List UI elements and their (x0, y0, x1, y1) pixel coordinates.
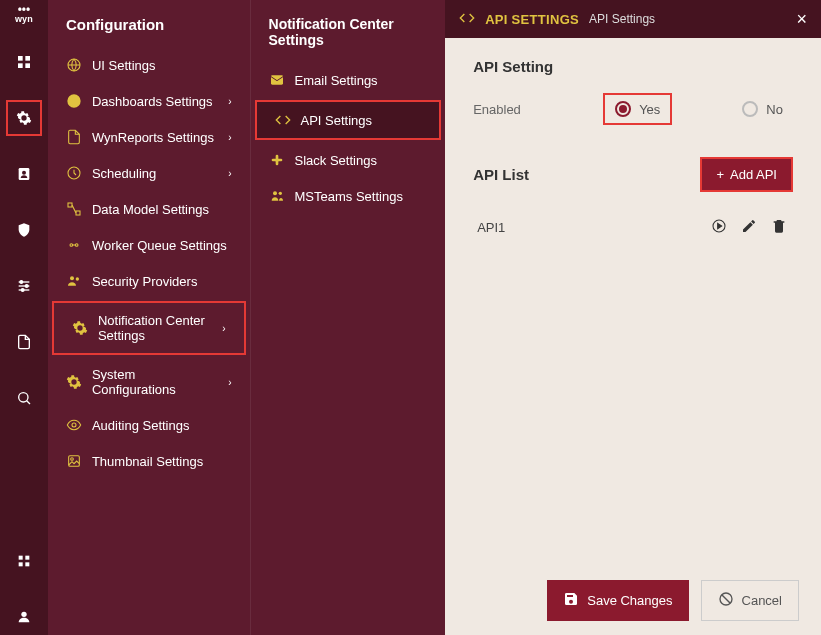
sidebar-item-data-model-settings[interactable]: Data Model Settings (48, 191, 250, 227)
svg-point-12 (19, 393, 28, 402)
main-panel: API SETTINGS API Settings × API Setting … (445, 0, 821, 635)
sidebar-item-dashboards-settings[interactable]: Dashboards Settings› (48, 83, 250, 119)
chevron-right-icon: › (228, 377, 231, 388)
svg-line-13 (27, 401, 30, 404)
edit-icon[interactable] (741, 218, 759, 236)
svg-rect-33 (271, 75, 283, 84)
svg-point-32 (71, 458, 74, 461)
svg-rect-1 (25, 56, 30, 61)
model-icon (66, 201, 82, 217)
svg-marker-41 (718, 223, 722, 228)
sidebar-item-label: Auditing Settings (92, 418, 190, 433)
svg-point-28 (70, 276, 74, 280)
sidebar-item-label: System Configurations (92, 367, 218, 397)
svg-rect-14 (19, 556, 23, 560)
sidebar-item-label: Thumbnail Settings (92, 454, 203, 469)
sub-item-label: API Settings (301, 113, 373, 128)
chevron-right-icon: › (228, 96, 231, 107)
sub-item-email-settings[interactable]: Email Settings (251, 62, 446, 98)
sub-item-label: MSTeams Settings (295, 189, 403, 204)
svg-rect-23 (76, 211, 80, 215)
svg-line-24 (72, 205, 76, 213)
sub-item-api-settings[interactable]: API Settings (255, 100, 442, 140)
doc-icon (66, 129, 82, 145)
rail-user-icon[interactable] (6, 599, 42, 635)
save-icon (563, 591, 579, 610)
breadcrumb: API Settings (589, 12, 655, 26)
rail-config-icon[interactable] (6, 100, 42, 136)
rail-apps-icon[interactable] (6, 543, 42, 579)
sidebar-item-security-providers[interactable]: Security Providers (48, 263, 250, 299)
sidebar-item-label: Data Model Settings (92, 202, 209, 217)
sidebar-item-wynreports-settings[interactable]: WynReports Settings› (48, 119, 250, 155)
rail-doc-icon[interactable] (6, 324, 42, 360)
svg-line-43 (722, 595, 730, 603)
svg-point-18 (21, 612, 26, 617)
code-icon (459, 10, 475, 29)
section-title-api-list: API List (473, 166, 529, 183)
sidebar-item-ui-settings[interactable]: UI Settings (48, 47, 250, 83)
save-button[interactable]: Save Changes (547, 580, 688, 621)
sub-item-label: Slack Settings (295, 153, 377, 168)
add-api-button[interactable]: + Add API (700, 157, 793, 192)
sub-item-slack-settings[interactable]: Slack Settings (251, 142, 446, 178)
svg-point-38 (273, 191, 277, 195)
sidebar-item-worker-queue-settings[interactable]: Worker Queue Settings (48, 227, 250, 263)
sidebar-item-notification-center-settings[interactable]: Notification Center Settings› (52, 301, 246, 355)
api-name: API1 (477, 220, 699, 235)
icon-rail: ••• wyn (0, 0, 48, 635)
chevron-right-icon: › (228, 132, 231, 143)
rail-search-icon[interactable] (6, 380, 42, 416)
svg-point-25 (70, 244, 73, 247)
svg-point-11 (21, 289, 24, 292)
sidebar-item-label: Worker Queue Settings (92, 238, 227, 253)
rail-dashboard-icon[interactable] (6, 44, 42, 80)
svg-rect-37 (277, 159, 282, 162)
queue-icon (66, 237, 82, 253)
sidebar-item-label: Notification Center Settings (98, 313, 212, 343)
teams-icon (269, 188, 285, 204)
svg-rect-15 (25, 556, 29, 560)
svg-point-30 (72, 423, 76, 427)
panel-title: API SETTINGS (485, 12, 579, 27)
globe-icon (66, 57, 82, 73)
sidebar-item-thumbnail-settings[interactable]: Thumbnail Settings (48, 443, 250, 479)
svg-point-10 (25, 285, 28, 288)
cancel-icon (718, 591, 734, 610)
eye-icon (66, 417, 82, 433)
sidebar-item-label: WynReports Settings (92, 130, 214, 145)
sub-item-msteams-settings[interactable]: MSTeams Settings (251, 178, 446, 214)
plus-icon: + (716, 167, 724, 182)
sidebar-title: Configuration (48, 10, 250, 47)
rail-contact-icon[interactable] (6, 156, 42, 192)
radio-no-circle (742, 101, 758, 117)
svg-point-29 (76, 277, 79, 280)
close-icon[interactable]: × (796, 9, 807, 30)
chevron-right-icon: › (228, 168, 231, 179)
radio-yes[interactable]: Yes (603, 93, 672, 125)
svg-rect-2 (18, 63, 23, 68)
sidebar-item-scheduling[interactable]: Scheduling› (48, 155, 250, 191)
rail-sliders-icon[interactable] (6, 268, 42, 304)
panel-content: API Setting Enabled Yes No API List + Ad… (445, 38, 821, 566)
play-icon[interactable] (711, 218, 729, 236)
pie-icon (66, 93, 82, 109)
email-icon (269, 72, 285, 88)
svg-rect-17 (25, 562, 29, 566)
sidebar-item-system-configurations[interactable]: System Configurations› (48, 357, 250, 407)
thumb-icon (66, 453, 82, 469)
cancel-button[interactable]: Cancel (701, 580, 799, 621)
svg-point-39 (278, 192, 281, 195)
radio-yes-circle (615, 101, 631, 117)
svg-rect-31 (69, 456, 80, 467)
sidebar-item-auditing-settings[interactable]: Auditing Settings (48, 407, 250, 443)
sidebar-notification-center: Notification Center Settings Email Setti… (250, 0, 446, 635)
radio-no[interactable]: No (732, 95, 793, 123)
enabled-row: Enabled Yes No (473, 93, 793, 125)
section-title-api-setting: API Setting (473, 58, 793, 75)
rail-shield-icon[interactable] (6, 212, 42, 248)
delete-icon[interactable] (771, 218, 789, 236)
sidebar-item-label: Security Providers (92, 274, 197, 289)
people-icon (66, 273, 82, 289)
panel-footer: Save Changes Cancel (445, 566, 821, 635)
